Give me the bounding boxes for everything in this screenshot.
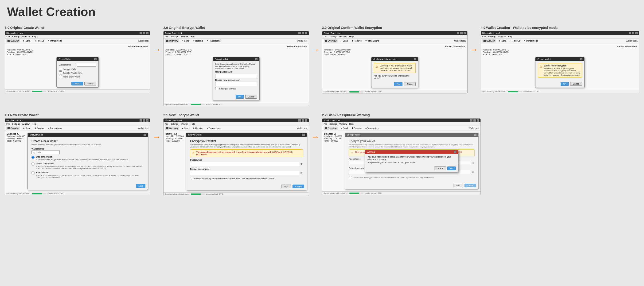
- transactions-btn[interactable]: ≡ Transactions: [47, 127, 63, 130]
- minimize-btn[interactable]: _: [140, 32, 142, 34]
- overview-btn[interactable]: ⬛ Overview: [6, 127, 20, 130]
- close-btn[interactable]: ×: [477, 119, 479, 122]
- repeat-passphrase-input[interactable]: [215, 82, 257, 86]
- watch-only-wallet-option[interactable]: Watch Only Wallet A watch only wallet wi…: [32, 163, 144, 170]
- menu-file[interactable]: File: [165, 35, 168, 38]
- overview-btn[interactable]: ⬛ Overview: [324, 127, 338, 130]
- menu-settings[interactable]: Settings: [330, 35, 337, 38]
- receive-btn[interactable]: ⬇ Receive: [192, 39, 204, 42]
- maximize-btn[interactable]: □: [632, 32, 634, 34]
- standard-wallet-radio[interactable]: [32, 156, 34, 159]
- overview-btn[interactable]: ⬛ Overview: [165, 127, 179, 130]
- dialog-close-btn[interactable]: ×: [144, 134, 146, 136]
- minimize-btn[interactable]: _: [298, 119, 301, 122]
- dialog-close-btn[interactable]: ×: [302, 134, 305, 136]
- receive-btn[interactable]: ⬇ Receive: [350, 39, 362, 42]
- minimize-btn[interactable]: _: [629, 32, 631, 34]
- transactions-btn[interactable]: ≡ Transactions: [523, 39, 539, 42]
- passphrase-input[interactable]: [190, 162, 299, 166]
- transactions-btn[interactable]: ≡ Transactions: [364, 127, 380, 130]
- cancel-btn[interactable]: Cancel: [434, 167, 446, 170]
- dialog-close-btn[interactable]: ×: [580, 58, 582, 60]
- watch-only-radio[interactable]: [32, 163, 34, 166]
- close-btn[interactable]: ×: [305, 119, 307, 122]
- eye-icon-2[interactable]: 👁: [472, 170, 474, 174]
- dialog-close-btn[interactable]: ×: [94, 58, 96, 60]
- receive-btn[interactable]: ⬇ Receive: [33, 39, 45, 42]
- menu-help[interactable]: Help: [32, 35, 36, 38]
- close-btn[interactable]: ×: [635, 32, 638, 34]
- close-btn[interactable]: ×: [464, 32, 466, 34]
- maximize-btn[interactable]: □: [474, 119, 476, 122]
- yes-btn[interactable]: Yes: [447, 167, 456, 170]
- eye-icon[interactable]: 👁: [472, 161, 474, 165]
- menu-file[interactable]: File: [6, 35, 10, 38]
- minimize-btn[interactable]: _: [298, 32, 301, 34]
- standard-wallet-option[interactable]: Standard Wallet A standard wallet will g…: [32, 156, 144, 161]
- new-wallet-name-input[interactable]: [32, 151, 60, 154]
- create-btn[interactable]: Create: [292, 185, 304, 188]
- overview-btn[interactable]: ⬛ Overview: [6, 39, 20, 42]
- transactions-btn[interactable]: ≡ Transactions: [206, 127, 222, 130]
- dialog-close-btn[interactable]: ×: [255, 58, 258, 60]
- overview-btn[interactable]: ⬛ Overview: [482, 39, 496, 42]
- send-btn[interactable]: ➤ Send: [181, 39, 190, 42]
- close-btn[interactable]: ×: [305, 32, 307, 34]
- menu-settings[interactable]: Settings: [12, 35, 20, 38]
- close-btn[interactable]: ×: [146, 119, 148, 122]
- send-btn[interactable]: ➤ Send: [22, 127, 32, 130]
- cancel-btn[interactable]: Cancel: [570, 82, 582, 86]
- menu-help[interactable]: Help: [190, 35, 195, 38]
- maximize-btn[interactable]: □: [143, 32, 145, 34]
- create-btn[interactable]: Create: [464, 184, 476, 187]
- cancel-btn[interactable]: Cancel: [245, 95, 257, 99]
- create-btn[interactable]: Create: [72, 82, 83, 85]
- receive-btn[interactable]: ⬇ Receive: [509, 39, 521, 42]
- cancel-btn[interactable]: Cancel: [84, 82, 96, 85]
- dialog-close-btn[interactable]: ×: [414, 58, 416, 60]
- overview-btn[interactable]: ⬛ Overview: [324, 39, 338, 42]
- repeat-passphrase-input[interactable]: [190, 171, 299, 175]
- disable-keys-checkbox[interactable]: [59, 71, 62, 74]
- menu-window[interactable]: Window: [22, 35, 30, 38]
- blank-wallet-option[interactable]: Blank Wallet A blank wallet will generat…: [32, 171, 144, 178]
- menu-window[interactable]: Window: [340, 35, 347, 38]
- understand-checkbox[interactable]: [190, 177, 193, 180]
- minimize-btn[interactable]: _: [140, 119, 142, 122]
- yes-btn[interactable]: Yes: [394, 82, 402, 86]
- maximize-btn[interactable]: □: [143, 119, 145, 122]
- close-btn[interactable]: ×: [146, 32, 148, 34]
- maximize-btn[interactable]: □: [460, 32, 462, 34]
- eye-icon[interactable]: 👁: [300, 162, 303, 166]
- encrypt-checkbox[interactable]: [59, 68, 62, 71]
- blank-wallet-checkbox[interactable]: [59, 75, 62, 78]
- menu-settings[interactable]: Settings: [171, 35, 178, 38]
- transactions-btn[interactable]: ≡ Transactions: [206, 39, 222, 42]
- menu-help[interactable]: Help: [349, 35, 354, 38]
- transactions-btn[interactable]: ≡ Transactions: [47, 39, 63, 42]
- new-passphrase-input[interactable]: [215, 74, 257, 78]
- understand-checkbox[interactable]: [349, 176, 352, 179]
- dialog-close-btn[interactable]: ×: [474, 134, 476, 136]
- receive-btn[interactable]: ⬇ Receive: [350, 127, 362, 130]
- send-btn[interactable]: ➤ Send: [498, 39, 508, 42]
- send-btn[interactable]: ➤ Send: [181, 127, 190, 130]
- minimize-btn[interactable]: _: [470, 119, 472, 122]
- maximize-btn[interactable]: □: [302, 32, 304, 34]
- eye-icon-2[interactable]: 👁: [300, 171, 303, 175]
- send-btn[interactable]: ➤ Send: [340, 39, 349, 42]
- ok-btn[interactable]: OK: [236, 95, 244, 99]
- dialog-close-btn[interactable]: ×: [454, 151, 456, 153]
- transactions-btn[interactable]: ≡ Transactions: [364, 39, 380, 42]
- minimize-btn[interactable]: _: [457, 32, 459, 34]
- wallet-name-input[interactable]: [77, 63, 96, 67]
- back-btn[interactable]: Back: [453, 184, 463, 187]
- next-btn[interactable]: Next: [136, 184, 146, 188]
- blank-wallet-radio[interactable]: [32, 171, 34, 174]
- show-passphrase-checkbox[interactable]: [215, 87, 218, 90]
- overview-btn[interactable]: ⬛ Overview: [165, 39, 179, 42]
- send-btn[interactable]: ➤ Send: [22, 39, 32, 42]
- back-btn[interactable]: Back: [281, 185, 291, 188]
- receive-btn[interactable]: ⬇ Receive: [33, 127, 45, 130]
- cancel-btn[interactable]: Cancel: [404, 82, 416, 86]
